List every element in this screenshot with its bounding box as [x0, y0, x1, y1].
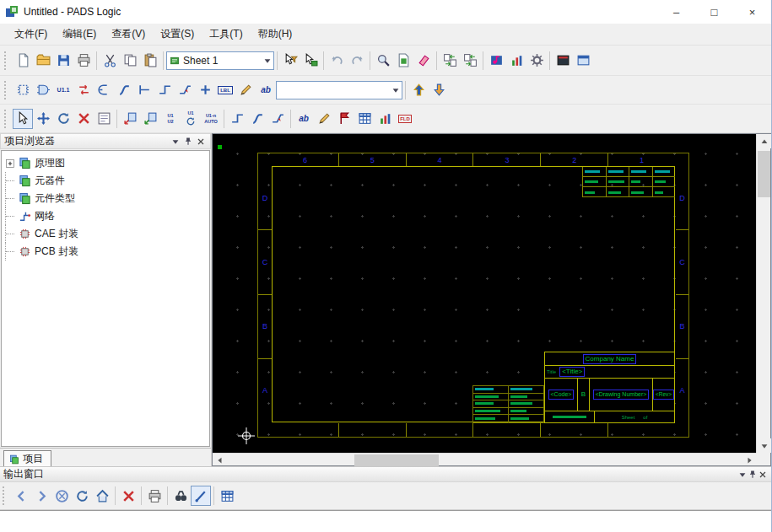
scroll-up-button[interactable] [757, 134, 771, 148]
tree-item-part-types[interactable]: 元件类型 [5, 190, 209, 207]
chevron-down-icon[interactable] [261, 52, 273, 69]
ref-swap-button[interactable]: U1 [181, 109, 201, 129]
panel-close-icon[interactable] [194, 135, 207, 148]
forward-button[interactable] [31, 486, 51, 506]
tree-item-pcb-decals[interactable]: PCB 封装 [5, 243, 209, 261]
split-wire-button[interactable] [175, 80, 195, 100]
gate-swap-button[interactable]: U1U2 [160, 109, 181, 129]
extend-wire-button[interactable] [267, 109, 288, 129]
scroll-down-button[interactable] [757, 438, 771, 453]
move-button[interactable] [33, 109, 53, 129]
properties-button[interactable] [94, 109, 114, 129]
grid-view-button[interactable] [217, 486, 237, 506]
clear-output-button[interactable] [118, 486, 138, 506]
add-field-button[interactable]: FLD [395, 109, 415, 129]
add-wire-button[interactable] [154, 80, 175, 100]
cam-window-button[interactable] [553, 51, 573, 71]
print-button[interactable] [73, 51, 94, 71]
horizontal-scrollbar[interactable] [213, 453, 756, 465]
schematic-canvas[interactable]: 6 5 4 3 2 1 [213, 134, 756, 453]
new-file-button[interactable] [13, 51, 33, 71]
toolbar-grip[interactable] [3, 486, 7, 505]
undo-button[interactable] [327, 51, 347, 71]
tree-item-schematic[interactable]: 原理图 [5, 154, 209, 172]
delete-button[interactable] [73, 109, 94, 129]
sheet-view-button[interactable] [393, 51, 413, 71]
search-combo[interactable] [276, 81, 402, 99]
menu-file[interactable]: 文件(F) [7, 24, 55, 44]
panel-menu-icon[interactable] [169, 135, 181, 148]
auto-renumber-button[interactable]: U1-nAUTO [201, 109, 221, 129]
selection-filter-button[interactable] [280, 51, 300, 71]
menu-tools[interactable]: 工具(T) [202, 24, 250, 44]
hierarchy-button[interactable] [334, 109, 354, 129]
open-file-button[interactable] [33, 51, 53, 71]
search-up-button[interactable] [408, 80, 429, 100]
maximize-button[interactable]: □ [695, 0, 733, 24]
menu-edit[interactable]: 编辑(E) [55, 24, 104, 44]
add-part-button[interactable] [33, 80, 53, 100]
vertical-scroll-thumb[interactable] [758, 151, 770, 197]
pin-icon[interactable] [181, 135, 194, 148]
receive-from-layout-button[interactable] [460, 51, 480, 71]
send-to-layout-button[interactable] [440, 51, 460, 71]
options-button[interactable] [526, 51, 547, 71]
search-down-button[interactable] [429, 80, 449, 100]
pin-icon[interactable] [748, 470, 758, 480]
chevron-down-icon[interactable] [389, 82, 402, 99]
highlight-erase-button[interactable] [413, 51, 434, 71]
output-content[interactable] [0, 510, 771, 532]
panel-close-icon[interactable] [758, 470, 768, 480]
swap-pin-button[interactable]: U1.1 [53, 80, 73, 100]
expand-icon[interactable] [5, 159, 15, 169]
sheet-combo[interactable]: Sheet 1 [166, 51, 274, 70]
edit-text-button[interactable] [235, 80, 256, 100]
print-output-button[interactable] [144, 486, 165, 506]
horizontal-scroll-thumb[interactable] [354, 454, 439, 466]
step-out-button[interactable] [140, 109, 160, 129]
bus-mode-button[interactable] [247, 109, 267, 129]
minimize-button[interactable]: – [657, 0, 695, 24]
tree-item-cae-decals[interactable]: CAE 封装 [5, 225, 209, 243]
vertical-scrollbar[interactable] [756, 134, 770, 453]
cut-button[interactable] [100, 51, 120, 71]
menu-help[interactable]: 帮助(H) [251, 24, 300, 44]
add-bus-button[interactable] [114, 80, 134, 100]
query-text-button[interactable]: ab [294, 109, 314, 129]
step-in-button[interactable] [120, 109, 140, 129]
tree-item-parts[interactable]: 元器件 [5, 172, 209, 190]
swap-gate-button[interactable] [73, 80, 94, 100]
edit-rules-button[interactable] [314, 109, 334, 129]
probe-button[interactable] [191, 486, 211, 506]
tree-item-nets[interactable]: 网络 [5, 207, 209, 225]
spreadsheet-button[interactable] [354, 109, 375, 129]
add-label-button[interactable]: LBL [215, 80, 235, 100]
stop-button[interactable] [51, 486, 72, 506]
add-connection-button[interactable] [94, 80, 114, 100]
add-text-button[interactable]: ab [256, 80, 276, 100]
pads-layout-button[interactable] [506, 51, 526, 71]
zoom-button[interactable] [373, 51, 393, 71]
close-button[interactable]: × [733, 0, 771, 24]
new-window-button[interactable] [573, 51, 593, 71]
selection-part-button[interactable] [300, 51, 321, 71]
save-button[interactable] [53, 51, 73, 71]
panel-menu-icon[interactable] [737, 470, 748, 480]
wire-mode-button[interactable] [227, 109, 247, 129]
off-page-button[interactable] [134, 80, 154, 100]
paste-button[interactable] [140, 51, 160, 71]
pads-router-button[interactable] [486, 51, 506, 71]
toolbar-grip[interactable] [4, 81, 8, 99]
home-button[interactable] [92, 486, 112, 506]
redo-button[interactable] [347, 51, 367, 71]
find-button[interactable] [170, 486, 191, 506]
toolbar-grip[interactable] [4, 51, 8, 70]
scroll-left-button[interactable] [213, 454, 227, 467]
select-button[interactable] [13, 109, 33, 129]
rotate-button[interactable] [53, 109, 73, 129]
copy-button[interactable] [120, 51, 140, 71]
toolbar-grip[interactable] [4, 110, 8, 128]
menu-setup[interactable]: 设置(S) [153, 24, 202, 44]
bom-report-button[interactable] [375, 109, 395, 129]
scroll-right-button[interactable] [742, 454, 756, 467]
